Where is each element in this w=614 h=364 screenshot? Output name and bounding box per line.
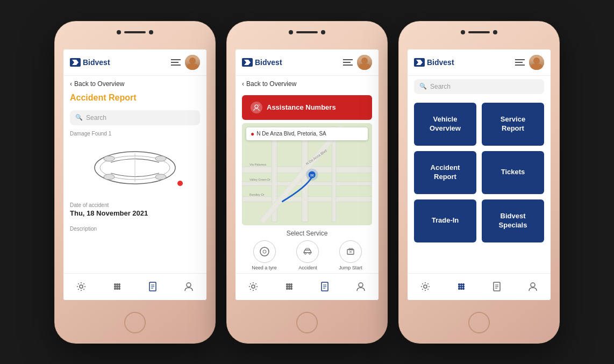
menu-grid: Vehicle Overview Service Report Accident… [408, 97, 551, 248]
hamburger-menu-2[interactable] [343, 59, 353, 66]
logo-text-3: Bidvest [427, 58, 454, 67]
bidvest-logo-icon-3 [414, 58, 425, 67]
speaker-1 [124, 31, 146, 33]
nav-grid-3[interactable] [456, 282, 466, 291]
svg-point-6 [155, 156, 166, 161]
svg-text:Via Palamos: Via Palamos [249, 163, 266, 166]
logo-2: Bidvest [242, 58, 282, 67]
tile-bidvest-specials-label: Bidvest Specials [499, 212, 527, 230]
nav-profile-1[interactable] [184, 282, 194, 291]
avatar-image-3 [529, 55, 544, 70]
dots-grid-icon-1 [112, 282, 122, 291]
assistance-numbers-btn[interactable]: Assistance Numbers [242, 95, 372, 120]
app-header-1: Bidvest [63, 49, 206, 76]
gear-icon-1 [76, 282, 86, 291]
menu-line-2c [343, 65, 353, 66]
nav-settings-1[interactable] [76, 282, 86, 291]
nav-grid-1[interactable] [112, 282, 122, 291]
jumpstart-icon [345, 246, 356, 257]
phone-frame-2: Bidvest ‹ [226, 21, 388, 344]
back-nav-1[interactable]: ‹ Back to Overview [63, 76, 206, 92]
service-icons-row: Need a tyre Accident [235, 240, 379, 275]
nav-settings-2[interactable] [248, 282, 258, 291]
hamburger-menu-1[interactable] [171, 59, 181, 66]
logo-text-1: Bidvest [83, 58, 110, 67]
person-icon-2 [356, 282, 366, 291]
phone-top-bar-3 [461, 30, 497, 34]
svg-point-73 [458, 286, 460, 288]
assist-icon [251, 102, 262, 113]
screen-3: Bidvest 🔍 [408, 49, 551, 300]
home-btn-1[interactable] [124, 312, 146, 333]
tile-vehicle-overview-label: Vehicle Overview [430, 115, 461, 133]
hamburger-menu-3[interactable] [515, 59, 525, 66]
tile-accident-report[interactable]: Accident Report [414, 151, 476, 194]
nav-doc-3[interactable] [492, 282, 502, 291]
phone-assist-icon [253, 104, 260, 111]
service-accident[interactable]: Accident [296, 240, 319, 270]
tyre-icon [259, 246, 270, 257]
camera-1 [117, 30, 121, 34]
svg-point-78 [462, 288, 465, 290]
tile-tickets[interactable]: Tickets [482, 151, 544, 194]
tile-vehicle-overview[interactable]: Vehicle Overview [414, 103, 476, 146]
camera-3 [461, 30, 465, 34]
svg-point-52 [252, 285, 255, 288]
svg-point-15 [118, 286, 120, 288]
avatar-1[interactable] [185, 55, 200, 70]
search-placeholder-1: Search [86, 114, 106, 122]
back-nav-2[interactable]: ‹ Back to Overview [235, 76, 379, 92]
menu-line-2b [343, 62, 351, 63]
jumpstart-icon-circle [339, 240, 362, 263]
svg-point-14 [116, 286, 118, 288]
tile-trade-in[interactable]: Trade-In [414, 199, 476, 242]
search-bar-3[interactable]: 🔍 Search [414, 79, 544, 94]
phone-1: Bidvest ‹ [54, 21, 216, 344]
nav-settings-3[interactable] [420, 282, 430, 291]
logo-1: Bidvest [70, 58, 110, 67]
svg-text:Bandley Dr: Bandley Dr [249, 193, 265, 196]
avatar-2[interactable] [357, 55, 372, 70]
tile-service-report[interactable]: Service Report [482, 103, 544, 146]
home-btn-3[interactable] [468, 312, 490, 333]
search-bar-1[interactable]: 🔍 Search [70, 110, 200, 125]
phone-frame-1: Bidvest ‹ [54, 21, 216, 344]
svg-point-13 [114, 286, 116, 288]
svg-point-23 [187, 283, 191, 287]
nav-doc-1[interactable] [148, 282, 158, 291]
nav-profile-2[interactable] [356, 282, 366, 291]
svg-point-43 [260, 247, 269, 256]
tile-bidvest-specials[interactable]: Bidvest Specials [482, 199, 544, 242]
svg-point-56 [286, 286, 288, 288]
document-icon-2 [320, 282, 330, 291]
back-label-1: Back to Overview [74, 80, 124, 88]
person-icon-1 [184, 282, 194, 291]
nav-grid-2[interactable] [284, 282, 294, 291]
dots-grid-icon-2 [284, 282, 294, 291]
accident-report-title: Accident Report [63, 92, 206, 107]
svg-point-57 [288, 286, 290, 288]
service-jumpstart[interactable]: Jump Start [339, 240, 362, 270]
map-address: N De Anza Blvd, Pretoria, SA [256, 131, 326, 137]
nav-profile-3[interactable] [528, 282, 538, 291]
svg-point-75 [462, 286, 465, 288]
jumpstart-label: Jump Start [339, 265, 362, 270]
svg-point-7 [155, 174, 166, 180]
header-right-3 [515, 55, 544, 70]
dots-grid-icon-3 [456, 282, 466, 291]
camera-2 [289, 30, 293, 34]
nav-doc-2[interactable] [320, 282, 330, 291]
tile-tickets-label: Tickets [501, 168, 525, 177]
back-label-2: Back to Overview [246, 80, 296, 88]
svg-point-72 [462, 283, 465, 286]
svg-point-70 [458, 283, 460, 286]
back-arrow-2: ‹ [242, 80, 244, 88]
service-tyre[interactable]: Need a tyre [252, 240, 277, 270]
menu-line-3 [171, 65, 181, 66]
header-right-2 [343, 55, 372, 70]
avatar-3[interactable] [529, 55, 544, 70]
svg-point-69 [424, 285, 427, 288]
menu-line-3b [515, 62, 523, 63]
svg-point-71 [460, 283, 462, 286]
home-btn-2[interactable] [296, 312, 318, 333]
